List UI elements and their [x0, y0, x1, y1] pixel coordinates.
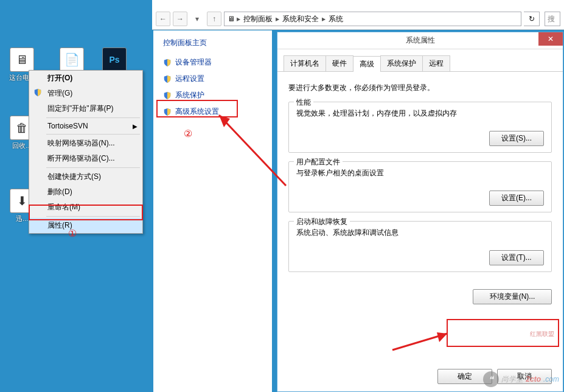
close-icon: ✕	[548, 35, 554, 43]
desktop-icon-ps[interactable]: Ps	[97, 47, 131, 73]
shield-icon	[163, 58, 172, 67]
shield-icon	[33, 88, 42, 99]
ctx-item-label: 创建快捷方式(S)	[47, 172, 101, 181]
group-user-profiles: 用户配置文件 与登录帐户相关的桌面设置 设置(E)...	[288, 161, 552, 212]
ctx-item-label: TortoiseSVN	[47, 122, 88, 130]
group-title: 性能	[294, 97, 313, 108]
annotation-arrow-3	[389, 329, 456, 353]
chevron-right-icon: ▶	[237, 16, 240, 22]
sidebar-title: 控制面板主页	[163, 38, 267, 48]
ctx-item-manage[interactable]: 管理(G)	[29, 86, 142, 101]
nav-history-dropdown[interactable]: ▾	[190, 12, 204, 26]
separator	[46, 134, 140, 135]
chevron-right-icon: ▶	[133, 123, 138, 130]
separator	[46, 216, 140, 217]
watermark-small: 红黑联盟	[530, 330, 554, 338]
nav-back-button[interactable]: ←	[156, 12, 170, 26]
shield-icon	[163, 91, 172, 100]
group-title: 用户配置文件	[294, 157, 343, 167]
tab-remote[interactable]: 远程	[422, 55, 450, 71]
sidebar-item-protection[interactable]: 系统保护	[158, 87, 267, 103]
ctx-item-map-drive[interactable]: 映射网络驱动器(N)...	[29, 136, 142, 151]
settings-profiles-button[interactable]: 设置(E)...	[489, 191, 544, 206]
sidebar-item-label: 远程设置	[175, 74, 204, 84]
tab-protection[interactable]: 系统保护	[380, 55, 423, 71]
ctx-item-open[interactable]: 打开(O)	[29, 71, 142, 86]
ok-button[interactable]: 确定	[437, 369, 492, 384]
breadcrumb[interactable]: 系统和安全	[281, 14, 320, 24]
settings-performance-button[interactable]: 设置(S)...	[489, 131, 544, 146]
ctx-item-label: 重命名(M)	[47, 203, 80, 211]
ctx-item-label: 打开(O)	[47, 74, 72, 82]
context-menu: 打开(O) 管理(G) 固定到"开始"屏幕(P) TortoiseSVN ▶ 映…	[29, 70, 143, 234]
close-button[interactable]: ✕	[538, 32, 563, 46]
group-title: 启动和故障恢复	[294, 217, 350, 227]
ctx-item-label: 映射网络驱动器(N)...	[47, 139, 115, 147]
ctx-item-label: 固定到"开始"屏幕(P)	[47, 104, 114, 113]
shield-icon	[163, 75, 172, 83]
desktop-icon-label: 迅...	[16, 215, 28, 222]
breadcrumb[interactable]: 控制面板	[242, 14, 274, 24]
group-desc: 视觉效果，处理器计划，内存使用，以及虚拟内存	[296, 108, 544, 119]
separator	[46, 117, 140, 118]
desktop-icon-doc[interactable]: 📄	[55, 47, 89, 73]
group-desc: 与登录帐户相关的桌面设置	[296, 168, 544, 178]
shield-icon	[163, 108, 172, 116]
nav-forward-button[interactable]: →	[173, 12, 187, 26]
sidebar-item-remote[interactable]: 远程设置	[158, 71, 267, 87]
search-input[interactable]: 搜	[545, 12, 560, 26]
ctx-item-rename[interactable]: 重命名(M)	[29, 200, 142, 215]
ctx-item-delete[interactable]: 删除(D)	[29, 184, 142, 200]
tab-computer-name[interactable]: 计算机名	[284, 55, 326, 71]
ctx-item-disconnect-drive[interactable]: 断开网络驱动器(C)...	[29, 151, 142, 166]
chevron-right-icon: ▶	[276, 16, 279, 22]
tab-advanced[interactable]: 高级	[353, 56, 381, 72]
annotation-arrow-2	[189, 107, 292, 192]
settings-startup-button[interactable]: 设置(T)...	[489, 250, 544, 265]
control-panel-sidebar: 控制面板主页 设备管理器 远程设置 系统保护 高级系统设置	[153, 30, 272, 392]
admin-notice: 要进行大多数更改，你必须作为管理员登录。	[288, 83, 552, 93]
group-desc: 系统启动、系统故障和调试信息	[296, 228, 544, 238]
svg-marker-3	[437, 332, 447, 342]
cancel-button[interactable]: 取消	[497, 369, 552, 384]
ctx-item-label: 管理(G)	[47, 89, 72, 97]
dialog-body: 要进行大多数更改，你必须作为管理员登录。 性能 视觉效果，处理器计划，内存使用，…	[277, 72, 563, 289]
document-icon: 📄	[60, 47, 84, 72]
ps-icon: Ps	[102, 47, 127, 72]
ctx-item-tortoisesvn[interactable]: TortoiseSVN ▶	[29, 119, 142, 133]
sidebar-item-label: 设备管理器	[175, 57, 212, 68]
svg-line-0	[219, 115, 286, 186]
sidebar-item-device-manager[interactable]: 设备管理器	[158, 54, 267, 71]
sidebar-item-label: 系统保护	[175, 90, 204, 100]
chevron-right-icon: ▶	[322, 16, 326, 22]
dialog-title-bar: 系统属性 ✕	[277, 32, 563, 49]
explorer-bar: ← → ▾ ↑ 🖥 ▶ 控制面板 ▶ 系统和安全 ▶ 系统 ↻ 搜	[152, 0, 564, 30]
group-performance: 性能 视觉效果，处理器计划，内存使用，以及虚拟内存 设置(S)...	[288, 102, 552, 153]
tab-strip: 计算机名 硬件 高级 系统保护 远程	[277, 49, 563, 72]
breadcrumb[interactable]: 系统	[327, 14, 344, 24]
environment-variables-button[interactable]: 环境变量(N)...	[473, 289, 552, 304]
ctx-item-label: 删除(D)	[47, 187, 72, 196]
dialog-footer: 确定 取消	[437, 369, 552, 384]
separator	[46, 167, 140, 168]
computer-icon: 🖥	[10, 47, 34, 72]
annotation-label-1: ①	[68, 228, 77, 239]
group-startup: 启动和故障恢复 系统启动、系统故障和调试信息 设置(T)...	[288, 221, 552, 272]
computer-icon: 🖥	[228, 15, 235, 23]
ctx-item-properties[interactable]: 属性(R)	[29, 218, 142, 233]
address-bar[interactable]: 🖥 ▶ 控制面板 ▶ 系统和安全 ▶ 系统	[224, 12, 521, 26]
ctx-item-pin[interactable]: 固定到"开始"屏幕(P)	[29, 101, 142, 116]
dialog-title: 系统属性	[406, 35, 435, 46]
ctx-item-shortcut[interactable]: 创建快捷方式(S)	[29, 169, 142, 184]
nav-up-button[interactable]: ↑	[207, 12, 221, 26]
tab-hardware[interactable]: 硬件	[326, 55, 353, 71]
ctx-item-label: 断开网络驱动器(C)...	[47, 154, 115, 163]
refresh-button[interactable]: ↻	[524, 12, 540, 26]
